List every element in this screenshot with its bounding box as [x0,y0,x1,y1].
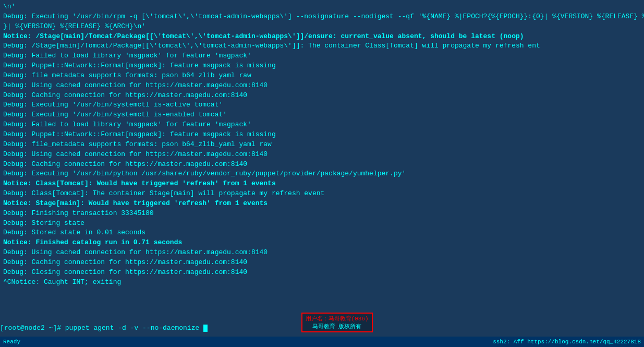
terminal-line: Notice: Finished catalog run in 0.71 sec… [3,238,641,248]
terminal-line: Debug: Using cached connection for https… [3,81,641,91]
terminal-line: Debug: /Stage[main]/Tomcat/Package[[\'to… [3,41,641,51]
terminal-line: Debug: Failed to load library 'msgpack' … [3,51,641,61]
terminal-line: Notice: Stage[main]: Would have triggere… [3,199,641,209]
terminal-line: Debug: Executing '/usr/bin/python /usr/s… [3,169,641,179]
terminal-line: Debug: Closing connection for https://ma… [3,268,641,278]
watermark-line2: 马哥教育 版权所有 [312,322,362,330]
terminal-line: }| %{VERSION} %{RELEASE} %{ARCH}\n' [3,22,641,32]
terminal-line: Debug: Caching connection for https://ma… [3,160,641,170]
terminal-line: Debug: Caching connection for https://ma… [3,258,641,268]
terminal-line: Debug: Executing '/usr/bin/systemctl is-… [3,100,641,110]
terminal-line: Debug: Finishing transaction 33345180 [3,209,641,219]
terminal-line: Debug: Failed to load library 'msgpack' … [3,120,641,130]
terminal-line: Debug: Using cached connection for https… [3,248,641,258]
status-bar: Ready ssh2: Aff https://blog.csdn.net/qq… [0,337,644,347]
terminal-line: Debug: Caching connection for https://ma… [3,91,641,101]
status-right: ssh2: Aff https://blog.csdn.net/qq_42227… [493,339,641,345]
terminal-line: Debug: Executing '/usr/bin/rpm -q [\'tom… [3,12,641,22]
terminal-line: Debug: Puppet::Network::Format[msgpack]:… [3,61,641,71]
watermark-line1: 用户名：马哥教育(036) [306,315,369,322]
terminal-line: \n' [3,2,641,12]
terminal-line: Notice: /Stage[main]/Tomcat/Package[[\'t… [3,32,641,42]
terminal-line: Debug: Storing state [3,219,641,229]
terminal-line: Notice: Class[Tomcat]: Would have trigge… [3,179,641,189]
terminal-line: Debug: Using cached connection for https… [3,150,641,160]
terminal-line: ^CNotice: Caught INT; exiting [3,278,641,288]
terminal-window: \n'Debug: Executing '/usr/bin/rpm -q [\'… [0,0,644,347]
terminal-line: Debug: Class[Tomcat]: The container Stag… [3,189,641,199]
terminal-line: Debug: Puppet::Network::Format[msgpack]:… [3,130,641,140]
terminal-line: Debug: Executing '/usr/bin/systemctl is-… [3,110,641,120]
command-prompt: [root@node2 ~]# puppet agent -d -v --no-… [0,324,199,332]
terminal-line: Debug: Stored state in 0.01 seconds [3,228,641,238]
terminal-line: Debug: file_metadata supports formats: p… [3,71,641,81]
watermark-box: 用户名：马哥教育(036) 马哥教育 版权所有 [301,313,373,332]
cursor [203,325,208,332]
status-left: Ready [3,339,20,345]
terminal-line: Debug: file_metadata supports formats: p… [3,140,641,150]
